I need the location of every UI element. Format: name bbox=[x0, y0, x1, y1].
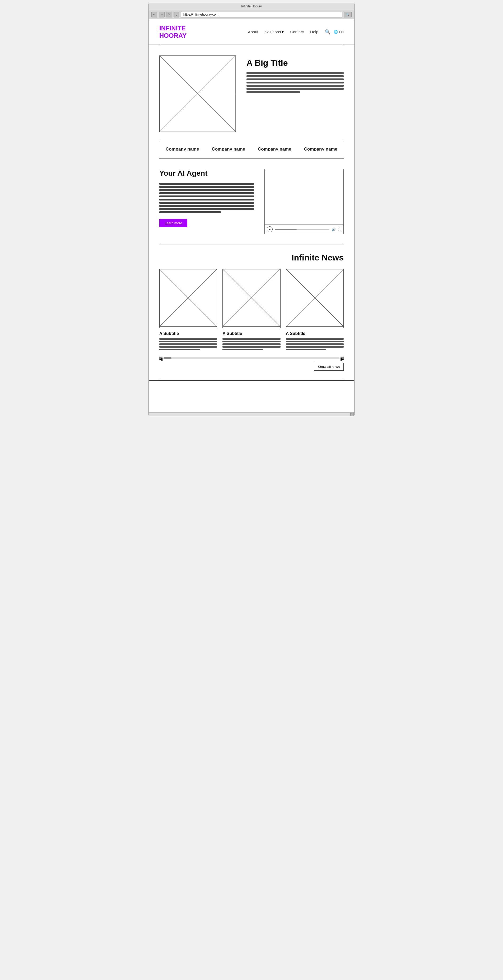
hero-image bbox=[159, 56, 236, 132]
companies-section: Company name Company name Company name C… bbox=[149, 140, 354, 158]
language-label: EN bbox=[339, 30, 344, 34]
company-name-3: Company name bbox=[258, 146, 291, 152]
ai-section: Your AI Agent Learn more bbox=[149, 159, 354, 245]
news-card-1: A Subtitle bbox=[159, 269, 217, 351]
nav-link-about[interactable]: About bbox=[248, 30, 258, 34]
news-section: Infinite News A Subtitle bbox=[149, 245, 354, 380]
logo-line1: INFINITE bbox=[159, 25, 186, 32]
volume-icon[interactable]: 🔊 bbox=[331, 228, 336, 231]
news-card-2: A Subtitle bbox=[223, 269, 280, 351]
nav-links: About Solutions ▾ Contact Help bbox=[248, 29, 318, 34]
news-image-3 bbox=[286, 269, 344, 328]
scrollbar-thumb[interactable] bbox=[164, 357, 172, 359]
learn-more-button[interactable]: Learn more bbox=[159, 219, 187, 227]
video-progress-bar[interactable] bbox=[275, 229, 329, 230]
back-button[interactable]: ← bbox=[151, 12, 157, 18]
hero-section: A Big Title bbox=[149, 45, 354, 140]
news-subtitle-3: A Subtitle bbox=[286, 331, 344, 336]
home-button[interactable]: ⌂ bbox=[174, 12, 179, 18]
news-image-2 bbox=[223, 269, 280, 328]
nav-item-about[interactable]: About bbox=[248, 30, 258, 34]
news-body-2 bbox=[223, 338, 280, 350]
ai-title: Your AI Agent bbox=[159, 169, 254, 178]
scrollbar-track[interactable] bbox=[164, 357, 339, 359]
news-card-3: A Subtitle bbox=[286, 269, 344, 351]
news-subtitle-2: A Subtitle bbox=[223, 331, 280, 336]
nav-item-contact[interactable]: Contact bbox=[290, 30, 304, 34]
show-all-news-button[interactable]: Show all news bbox=[314, 363, 344, 371]
browser-scrollbar: ▼ bbox=[149, 412, 354, 416]
scrollbar-right-button[interactable]: ▶ bbox=[341, 356, 344, 360]
news-grid: A Subtitle bbox=[159, 269, 344, 351]
fullscreen-icon[interactable]: ⛶ bbox=[338, 228, 341, 231]
page-content: INFINITE HOORAY About Solutions ▾ Contac… bbox=[149, 19, 354, 412]
browser-tab-title: Infinite Hooray bbox=[241, 5, 261, 8]
company-name-4: Company name bbox=[304, 146, 337, 152]
browser-search-button[interactable]: 🔍 bbox=[344, 12, 352, 18]
company-name-1: Company name bbox=[166, 146, 199, 152]
nav-item-solutions[interactable]: Solutions ▾ bbox=[265, 29, 284, 34]
globe-icon: 🌐 bbox=[334, 30, 338, 34]
hero-text: A Big Title bbox=[247, 56, 344, 94]
horizontal-scrollbar[interactable]: ◀ ▶ bbox=[159, 356, 344, 361]
footer-area bbox=[149, 380, 354, 412]
chevron-down-icon: ▾ bbox=[282, 29, 284, 34]
browser-titlebar: Infinite Hooray bbox=[149, 3, 354, 10]
close-button[interactable]: ✕ bbox=[166, 12, 172, 18]
address-bar[interactable] bbox=[181, 12, 342, 18]
video-player: ▶ 🔊 ⛶ bbox=[264, 169, 344, 234]
nav-icons: 🔍 🌐 EN bbox=[325, 29, 344, 35]
news-subtitle-1: A Subtitle bbox=[159, 331, 217, 336]
browser-toolbar: ← → ✕ ⌂ 🔍 bbox=[149, 10, 354, 19]
show-all-row: Show all news bbox=[159, 361, 344, 375]
ai-text: Your AI Agent Learn more bbox=[159, 169, 254, 227]
company-name-2: Company name bbox=[212, 146, 245, 152]
play-button[interactable]: ▶ bbox=[267, 226, 273, 232]
news-image-1 bbox=[159, 269, 217, 328]
scrollbar-left-button[interactable]: ◀ bbox=[159, 356, 162, 360]
site-nav: INFINITE HOORAY About Solutions ▾ Contac… bbox=[149, 19, 354, 45]
nav-link-help[interactable]: Help bbox=[310, 30, 318, 34]
site-logo[interactable]: INFINITE HOORAY bbox=[159, 25, 186, 39]
ai-body bbox=[159, 183, 254, 213]
logo-line2: HOORAY bbox=[159, 32, 186, 39]
browser-window: Infinite Hooray ← → ✕ ⌂ 🔍 INFINITE HOORA… bbox=[148, 3, 355, 416]
nav-link-contact[interactable]: Contact bbox=[290, 30, 304, 34]
video-screen bbox=[265, 169, 344, 225]
hero-body bbox=[247, 72, 344, 93]
nav-item-help[interactable]: Help bbox=[310, 30, 318, 34]
language-selector[interactable]: 🌐 EN bbox=[334, 30, 344, 34]
news-title: Infinite News bbox=[159, 253, 344, 262]
news-body-3 bbox=[286, 338, 344, 350]
forward-button[interactable]: → bbox=[159, 12, 165, 18]
nav-link-solutions[interactable]: Solutions bbox=[265, 30, 281, 34]
hero-title: A Big Title bbox=[247, 58, 344, 68]
news-body-1 bbox=[159, 338, 217, 350]
video-controls: ▶ 🔊 ⛶ bbox=[265, 225, 344, 234]
search-icon[interactable]: 🔍 bbox=[325, 29, 331, 35]
scrollbar-down-button[interactable]: ▼ bbox=[350, 413, 354, 416]
